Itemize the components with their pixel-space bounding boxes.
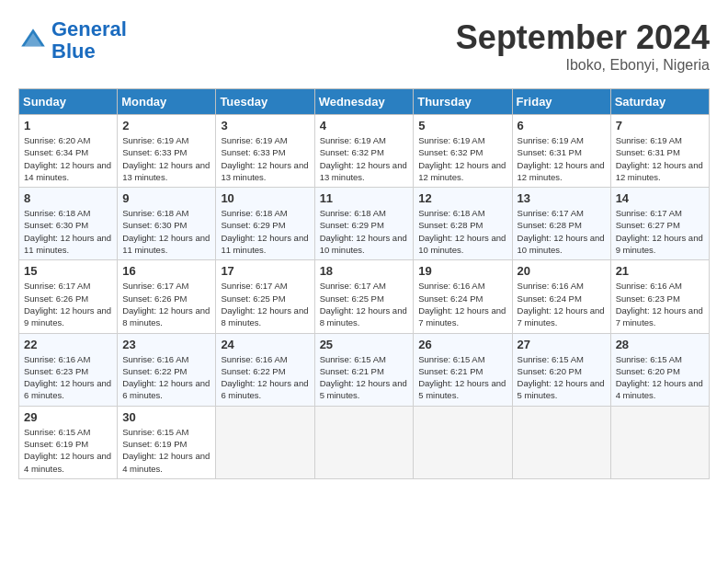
day-header-saturday: Saturday xyxy=(610,89,709,115)
calendar-cell: 15Sunrise: 6:17 AMSunset: 6:26 PMDayligh… xyxy=(19,260,118,333)
calendar-cell: 5Sunrise: 6:19 AMSunset: 6:32 PMDaylight… xyxy=(414,115,512,188)
day-header-wednesday: Wednesday xyxy=(314,89,414,115)
day-number: 19 xyxy=(418,264,506,278)
calendar-week-row: 8Sunrise: 6:18 AMSunset: 6:30 PMDaylight… xyxy=(19,188,710,260)
day-header-sunday: Sunday xyxy=(19,89,118,115)
cell-info: Sunrise: 6:15 AMSunset: 6:19 PMDaylight:… xyxy=(24,426,112,475)
calendar-cell: 23Sunrise: 6:16 AMSunset: 6:22 PMDayligh… xyxy=(118,333,216,406)
day-number: 7 xyxy=(616,119,704,132)
calendar-cell: 3Sunrise: 6:19 AMSunset: 6:33 PMDaylight… xyxy=(216,115,314,188)
cell-info: Sunrise: 6:16 AMSunset: 6:23 PMDaylight:… xyxy=(24,353,112,402)
day-number: 11 xyxy=(320,191,409,205)
calendar-cell: 17Sunrise: 6:17 AMSunset: 6:25 PMDayligh… xyxy=(216,260,314,333)
cell-info: Sunrise: 6:15 AMSunset: 6:20 PMDaylight:… xyxy=(616,353,704,402)
day-number: 10 xyxy=(221,191,309,205)
calendar-cell: 30Sunrise: 6:15 AMSunset: 6:19 PMDayligh… xyxy=(118,406,216,478)
cell-info: Sunrise: 6:19 AMSunset: 6:31 PMDaylight:… xyxy=(616,134,704,183)
cell-info: Sunrise: 6:20 AMSunset: 6:34 PMDaylight:… xyxy=(24,134,112,183)
calendar-week-row: 15Sunrise: 6:17 AMSunset: 6:26 PMDayligh… xyxy=(19,260,710,333)
calendar-cell: 25Sunrise: 6:15 AMSunset: 6:21 PMDayligh… xyxy=(314,333,414,406)
cell-info: Sunrise: 6:18 AMSunset: 6:28 PMDaylight:… xyxy=(418,207,506,256)
cell-info: Sunrise: 6:16 AMSunset: 6:23 PMDaylight:… xyxy=(616,280,704,328)
calendar-cell xyxy=(216,406,314,478)
day-header-tuesday: Tuesday xyxy=(216,89,314,115)
cell-info: Sunrise: 6:15 AMSunset: 6:19 PMDaylight:… xyxy=(122,426,210,475)
day-header-thursday: Thursday xyxy=(414,89,512,115)
cell-info: Sunrise: 6:18 AMSunset: 6:30 PMDaylight:… xyxy=(24,207,112,256)
cell-info: Sunrise: 6:18 AMSunset: 6:29 PMDaylight:… xyxy=(320,207,409,256)
cell-info: Sunrise: 6:15 AMSunset: 6:20 PMDaylight:… xyxy=(518,353,606,402)
day-number: 5 xyxy=(418,119,506,132)
calendar-cell: 19Sunrise: 6:16 AMSunset: 6:24 PMDayligh… xyxy=(414,260,512,333)
calendar-cell: 20Sunrise: 6:16 AMSunset: 6:24 PMDayligh… xyxy=(512,260,610,333)
day-number: 23 xyxy=(122,338,210,351)
month-title: September 2024 xyxy=(456,18,710,57)
day-number: 17 xyxy=(221,264,309,278)
cell-info: Sunrise: 6:17 AMSunset: 6:26 PMDaylight:… xyxy=(24,280,112,328)
cell-info: Sunrise: 6:19 AMSunset: 6:33 PMDaylight:… xyxy=(221,134,309,183)
cell-info: Sunrise: 6:17 AMSunset: 6:28 PMDaylight:… xyxy=(518,207,606,256)
calendar-cell xyxy=(314,406,414,478)
day-number: 13 xyxy=(518,191,606,205)
day-number: 12 xyxy=(418,191,506,205)
cell-info: Sunrise: 6:19 AMSunset: 6:31 PMDaylight:… xyxy=(518,134,606,183)
calendar-cell: 14Sunrise: 6:17 AMSunset: 6:27 PMDayligh… xyxy=(610,188,709,260)
logo-icon xyxy=(18,26,48,55)
calendar-cell: 16Sunrise: 6:17 AMSunset: 6:26 PMDayligh… xyxy=(118,260,216,333)
cell-info: Sunrise: 6:16 AMSunset: 6:24 PMDaylight:… xyxy=(518,280,606,328)
calendar-cell: 12Sunrise: 6:18 AMSunset: 6:28 PMDayligh… xyxy=(414,188,512,260)
day-number: 24 xyxy=(221,338,309,351)
calendar-cell: 4Sunrise: 6:19 AMSunset: 6:32 PMDaylight… xyxy=(314,115,414,188)
calendar-cell: 29Sunrise: 6:15 AMSunset: 6:19 PMDayligh… xyxy=(19,406,118,478)
day-header-friday: Friday xyxy=(512,89,610,115)
cell-info: Sunrise: 6:17 AMSunset: 6:26 PMDaylight:… xyxy=(122,280,210,328)
logo: General Blue xyxy=(18,18,127,63)
day-number: 14 xyxy=(616,191,704,205)
calendar-cell: 24Sunrise: 6:16 AMSunset: 6:22 PMDayligh… xyxy=(216,333,314,406)
day-number: 30 xyxy=(122,410,210,424)
calendar-header-row: SundayMondayTuesdayWednesdayThursdayFrid… xyxy=(19,89,710,115)
day-number: 16 xyxy=(122,264,210,278)
day-header-monday: Monday xyxy=(118,89,216,115)
day-number: 2 xyxy=(122,119,210,132)
day-number: 28 xyxy=(616,338,704,351)
calendar-cell xyxy=(414,406,512,478)
cell-info: Sunrise: 6:16 AMSunset: 6:22 PMDaylight:… xyxy=(122,353,210,402)
calendar-week-row: 29Sunrise: 6:15 AMSunset: 6:19 PMDayligh… xyxy=(19,406,710,478)
cell-info: Sunrise: 6:15 AMSunset: 6:21 PMDaylight:… xyxy=(418,353,506,402)
calendar-cell: 2Sunrise: 6:19 AMSunset: 6:33 PMDaylight… xyxy=(118,115,216,188)
calendar-cell: 9Sunrise: 6:18 AMSunset: 6:30 PMDaylight… xyxy=(118,188,216,260)
calendar-cell: 13Sunrise: 6:17 AMSunset: 6:28 PMDayligh… xyxy=(512,188,610,260)
day-number: 25 xyxy=(320,338,409,351)
day-number: 15 xyxy=(24,264,112,278)
cell-info: Sunrise: 6:17 AMSunset: 6:25 PMDaylight:… xyxy=(320,280,409,328)
calendar-cell: 18Sunrise: 6:17 AMSunset: 6:25 PMDayligh… xyxy=(314,260,414,333)
day-number: 27 xyxy=(518,338,606,351)
cell-info: Sunrise: 6:19 AMSunset: 6:32 PMDaylight:… xyxy=(418,134,506,183)
calendar-week-row: 22Sunrise: 6:16 AMSunset: 6:23 PMDayligh… xyxy=(19,333,710,406)
calendar-cell: 7Sunrise: 6:19 AMSunset: 6:31 PMDaylight… xyxy=(610,115,709,188)
cell-info: Sunrise: 6:16 AMSunset: 6:24 PMDaylight:… xyxy=(418,280,506,328)
calendar-week-row: 1Sunrise: 6:20 AMSunset: 6:34 PMDaylight… xyxy=(19,115,710,188)
day-number: 4 xyxy=(320,119,409,132)
cell-info: Sunrise: 6:18 AMSunset: 6:29 PMDaylight:… xyxy=(221,207,309,256)
logo-line2: Blue xyxy=(51,40,96,63)
calendar-cell: 27Sunrise: 6:15 AMSunset: 6:20 PMDayligh… xyxy=(512,333,610,406)
day-number: 8 xyxy=(24,191,112,205)
cell-info: Sunrise: 6:17 AMSunset: 6:27 PMDaylight:… xyxy=(616,207,704,256)
calendar-cell: 28Sunrise: 6:15 AMSunset: 6:20 PMDayligh… xyxy=(610,333,709,406)
day-number: 6 xyxy=(518,119,606,132)
calendar-cell: 6Sunrise: 6:19 AMSunset: 6:31 PMDaylight… xyxy=(512,115,610,188)
calendar-cell xyxy=(610,406,709,478)
day-number: 18 xyxy=(320,264,409,278)
day-number: 29 xyxy=(24,410,112,424)
calendar-cell: 21Sunrise: 6:16 AMSunset: 6:23 PMDayligh… xyxy=(610,260,709,333)
day-number: 20 xyxy=(518,264,606,278)
cell-info: Sunrise: 6:18 AMSunset: 6:30 PMDaylight:… xyxy=(122,207,210,256)
cell-info: Sunrise: 6:19 AMSunset: 6:33 PMDaylight:… xyxy=(122,134,210,183)
title-block: September 2024 Iboko, Ebonyi, Nigeria xyxy=(456,18,710,74)
calendar-cell: 22Sunrise: 6:16 AMSunset: 6:23 PMDayligh… xyxy=(19,333,118,406)
cell-info: Sunrise: 6:19 AMSunset: 6:32 PMDaylight:… xyxy=(320,134,409,183)
calendar-cell: 11Sunrise: 6:18 AMSunset: 6:29 PMDayligh… xyxy=(314,188,414,260)
calendar-cell xyxy=(512,406,610,478)
